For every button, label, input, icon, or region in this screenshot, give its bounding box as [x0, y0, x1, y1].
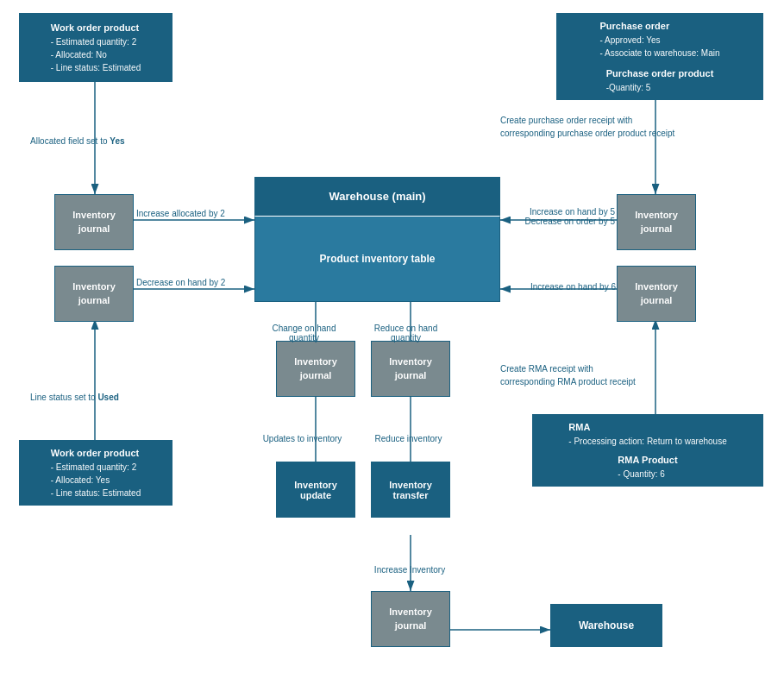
work-order-product-top: Work order product - Estimated quantity:… [19, 13, 172, 82]
label-line-status-used: Line status set to Used [30, 393, 155, 402]
warehouse-bottom: Warehouse [550, 604, 662, 647]
label-increase-on-hand-6: Increase on hand by 6 [507, 282, 616, 292]
warehouse-main-header: Warehouse (main) [254, 177, 500, 216]
inv-journal-7-label: Inventoryjournal [389, 606, 432, 632]
inventory-journal-6: Inventoryjournal [371, 341, 450, 397]
inventory-update-label: Inventoryupdate [294, 480, 337, 500]
inventory-journal-5: Inventoryjournal [276, 341, 355, 397]
inv-journal-4-label: Inventoryjournal [635, 280, 678, 307]
label-increase-inventory: Increase Inventory [362, 565, 457, 575]
inv-journal-6-label: Inventoryjournal [389, 355, 432, 382]
warehouse-label: Warehouse [579, 619, 634, 632]
label-change-on-hand: Change on hand quantity [259, 324, 349, 342]
label-increase-allocated: Increase allocated by 2 [136, 209, 253, 218]
product-inventory-label: Product inventory table [319, 253, 435, 265]
label-allocated-yes: Allocated field set to Yes [30, 136, 155, 146]
inventory-journal-4: Inventoryjournal [617, 266, 696, 322]
purchase-order: Purchase order - Approved: Yes - Associa… [556, 13, 763, 66]
inventory-journal-3: Inventoryjournal [617, 194, 696, 250]
inv-journal-5-label: Inventoryjournal [294, 355, 337, 382]
rma-product: RMA Product - Quantity: 6 [532, 447, 763, 487]
label-increase-on-hand-5: Increase on hand by 5Decrease on order b… [505, 207, 615, 226]
diagram-container: Work order product - Estimated quantity:… [0, 0, 784, 685]
label-reduce-on-hand: Reduce on hand quantity [361, 324, 451, 342]
warehouse-main-label: Warehouse (main) [329, 190, 425, 203]
product-inventory-table: Product inventory table [254, 216, 500, 302]
inv-journal-1-label: Inventoryjournal [72, 209, 116, 236]
inv-journal-3-label: Inventoryjournal [635, 209, 678, 236]
work-order-product-bottom: Work order product - Estimated quantity:… [19, 440, 172, 506]
inventory-transfer: Inventorytransfer [371, 462, 450, 518]
inventory-transfer-label: Inventorytransfer [389, 480, 432, 500]
inventory-journal-7: Inventoryjournal [371, 591, 450, 647]
inventory-journal-2: Inventoryjournal [54, 266, 134, 322]
purchase-order-product: Purchase order product -Quantity: 5 [556, 60, 763, 100]
inventory-update: Inventoryupdate [276, 462, 355, 518]
label-updates-to-inventory: Updates to inventory [257, 434, 348, 443]
label-reduce-inventory: Reduce inventory [367, 434, 449, 443]
label-create-po-receipt: Create purchase order receipt withcorres… [500, 114, 699, 140]
label-decrease-on-hand: Decrease on hand by 2 [136, 278, 253, 287]
inventory-journal-1: Inventoryjournal [54, 194, 134, 250]
label-create-rma-receipt: Create RMA receipt withcorresponding RMA… [500, 362, 699, 388]
inv-journal-2-label: Inventoryjournal [72, 280, 116, 307]
